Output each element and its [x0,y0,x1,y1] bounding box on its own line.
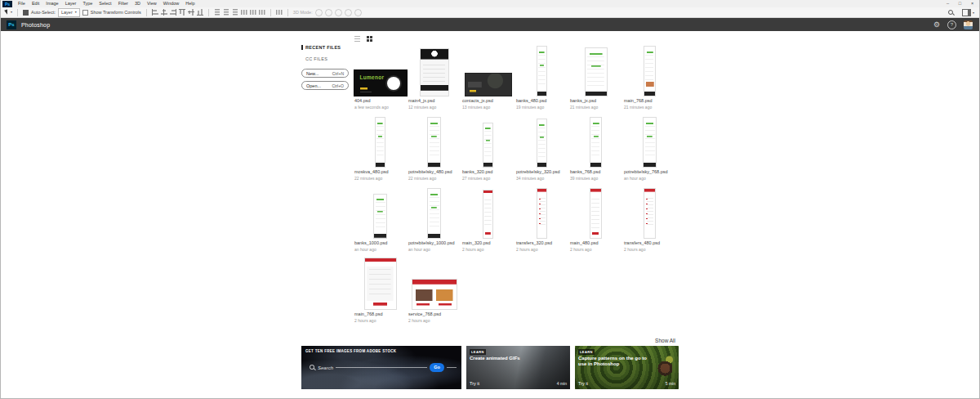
auto-select-checkbox[interactable] [23,10,29,16]
file-thumbnail[interactable] [624,43,675,96]
file-thumbnail[interactable] [516,43,568,96]
file-name: banks_320.psd [462,169,514,175]
grid-view-icon[interactable] [367,36,372,42]
learn-card[interactable]: LEARN Create animated GIFs Try it 4 min [466,346,570,389]
file-card[interactable]: potrebitelsky_320.psd 34 minutes ago [514,114,568,185]
3d-scale-icon[interactable] [354,9,362,16]
file-card[interactable]: service_768.psd 2 hours ago [406,256,460,327]
try-it-link[interactable]: Try it [578,381,588,386]
file-card[interactable]: 404.psd a few seconds ago [352,43,406,114]
menu-help[interactable]: Help [182,0,198,7]
file-thumbnail[interactable] [462,114,514,168]
file-thumbnail[interactable] [516,185,568,239]
file-thumbnail[interactable] [624,185,675,239]
align-left-edges-icon[interactable] [152,9,158,16]
close-button[interactable]: × [966,0,978,7]
align-top-edges-icon[interactable] [179,9,185,16]
menu-bar: Ps FileEditImageLayerTypeSelectFilter3DV… [1,0,979,7]
3d-slide-icon[interactable] [345,9,352,16]
auto-select-target-dropdown[interactable]: Layer ▾ [58,8,80,17]
adobe-stock-banner[interactable]: GET TEN FREE IMAGES FROM ADOBE STOCK Sea… [301,346,461,389]
user-avatar[interactable] [964,20,973,29]
file-thumbnail[interactable] [570,185,621,239]
distribute-top-edges-icon[interactable] [214,9,220,16]
3d-pan-icon[interactable] [335,9,342,16]
sidebar-item-cc-files[interactable]: CC FILES [305,56,351,61]
file-card[interactable]: moskva_480.psd 22 minutes ago [352,114,406,185]
file-thumbnail[interactable] [462,43,514,96]
menu-view[interactable]: View [144,0,160,7]
file-card[interactable]: contacts_jx.psd 13 minutes ago [460,43,514,114]
file-thumbnail[interactable] [516,114,568,168]
menu-select[interactable]: Select [96,0,114,7]
restore-button[interactable]: □ [954,0,966,7]
file-card[interactable]: potrebitelsky_480.psd 22 minutes ago [406,114,460,185]
menu-filter[interactable]: Filter [115,0,131,7]
file-thumbnail[interactable] [354,185,406,239]
file-card[interactable]: transfers_480.psd 2 hours ago [621,185,675,256]
file-card[interactable]: banks_1000.psd an hour ago [352,185,406,256]
file-card[interactable]: banks_768.psd 39 minutes ago [568,114,621,185]
menu-3d[interactable]: 3D [131,0,144,7]
menu-edit[interactable]: Edit [29,0,42,7]
align-right-edges-icon[interactable] [170,9,176,16]
learn-card[interactable]: LEARN Capture patterns on the go to use … [575,346,679,389]
file-card[interactable]: main_320.psd 2 hours ago [460,185,514,256]
try-it-link[interactable]: Try it [470,381,479,386]
tool-preset-caret-icon[interactable]: ▾ [11,10,12,15]
3d-roll-icon[interactable] [325,9,332,16]
file-card[interactable]: main_480.psd 2 hours ago [568,185,621,256]
align-horizontal-centers-icon[interactable] [161,9,167,16]
new-button[interactable]: New... Ctrl+N [301,69,349,78]
file-thumbnail[interactable] [354,114,406,168]
move-tool-icon[interactable] [4,10,9,16]
file-thumbnail[interactable] [408,185,460,239]
distribute-bottom-edges-icon[interactable] [232,9,238,16]
menu-file[interactable]: File [15,0,29,7]
show-transform-checkbox[interactable] [82,10,88,16]
distribute-left-edges-icon[interactable] [241,9,247,16]
align-bottom-edges-icon[interactable] [197,9,203,16]
file-card[interactable]: banks_320.psd 27 minutes ago [460,114,514,185]
file-thumbnail[interactable] [354,43,406,96]
stock-search-input[interactable]: Search [318,365,333,370]
distribute-right-edges-icon[interactable] [259,9,265,16]
file-thumbnail[interactable] [462,185,514,239]
file-card[interactable]: transfers_320.psd 2 hours ago [514,185,568,256]
menu-image[interactable]: Image [42,0,61,7]
distribute-vertical-centers-icon[interactable] [223,9,229,16]
file-thumbnail[interactable] [408,256,460,310]
file-thumbnail[interactable] [624,114,675,168]
file-card[interactable]: potrebitelsky_768.psd an hour ago [621,114,675,185]
distribute-spacing-icon[interactable] [276,9,283,16]
file-name: banks_jx.psd [570,98,621,104]
file-thumbnail[interactable] [408,43,460,96]
file-card[interactable]: main4_jx.psd 12 minutes ago [406,43,460,114]
menu-layer[interactable]: Layer [62,0,80,7]
show-all-link[interactable]: Show All [352,338,675,343]
minimize-button[interactable]: – [942,0,954,7]
menu-window[interactable]: Window [160,0,183,7]
list-view-icon[interactable] [354,36,360,42]
file-card[interactable]: potrebitelsky_1000.psd an hour ago [406,185,460,256]
align-vertical-centers-icon[interactable] [188,9,194,16]
menu-type[interactable]: Type [79,0,96,7]
file-thumbnail[interactable] [354,256,406,310]
learn-badge: LEARN [470,349,486,355]
help-icon[interactable]: ? [947,20,956,29]
file-card[interactable]: main_768.psd 21 minutes ago [621,43,675,114]
file-thumbnail[interactable] [570,43,621,96]
sidebar-item-recent-files[interactable]: RECENT FILES [301,45,351,50]
file-card[interactable]: main_768.psd 2 hours ago [352,256,406,327]
search-icon[interactable] [948,10,955,16]
workspace-switcher[interactable]: ▾ [962,9,974,16]
settings-gear-icon[interactable]: ⚙ [933,18,940,31]
file-thumbnail[interactable] [408,114,460,168]
go-button[interactable]: Go [430,363,444,372]
distribute-horizontal-centers-icon[interactable] [250,9,256,16]
open-button[interactable]: Open... Ctrl+O [301,81,349,90]
3d-orbit-icon[interactable] [315,9,323,16]
file-card[interactable]: banks_480.psd 19 minutes ago [514,43,568,114]
file-card[interactable]: banks_jx.psd 21 minutes ago [568,43,621,114]
file-thumbnail[interactable] [570,114,621,168]
